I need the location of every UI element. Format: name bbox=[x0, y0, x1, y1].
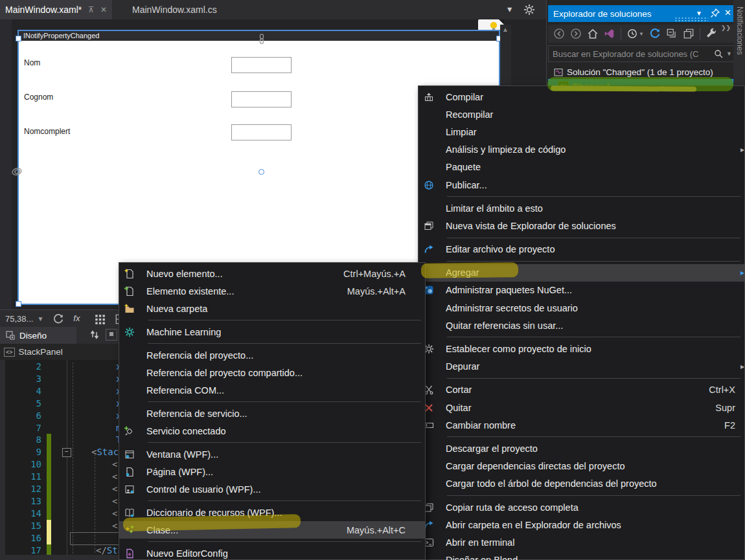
submenu-item-nuevo-elemento[interactable]: Nuevo elemento...Ctrl+Mayús.+A bbox=[119, 265, 425, 282]
side-tab-label: Notificaciones bbox=[735, 6, 744, 55]
menu-item-proyecto-inicio[interactable]: Establecer como proyecto de inicio bbox=[418, 340, 744, 357]
submenu-item-referencia-com[interactable]: Referencia COM... bbox=[119, 381, 425, 399]
search-icon[interactable] bbox=[713, 49, 724, 59]
gear-icon[interactable] bbox=[523, 4, 535, 16]
form-label-nomcomplert: Nomcomplert bbox=[24, 127, 70, 136]
menu-item-paquete[interactable]: Paquete bbox=[418, 159, 744, 176]
menu-item-label: Abrir en terminal bbox=[446, 537, 744, 548]
code-line[interactable]: < bbox=[112, 508, 117, 519]
scroll-up-arrow[interactable]: ▲ bbox=[502, 26, 509, 33]
chevron-down-icon[interactable]: ▼ bbox=[726, 50, 732, 57]
menu-item-editar-proyecto[interactable]: Editar archivo de proyecto bbox=[418, 241, 744, 258]
refresh-icon[interactable] bbox=[649, 28, 661, 39]
menu-item-abrir-carpeta[interactable]: Abrir carpeta en el Explorador de archiv… bbox=[418, 516, 744, 533]
swap-icon[interactable] bbox=[89, 330, 100, 340]
menu-item-descargar-proyecto[interactable]: Descargar el proyecto bbox=[418, 440, 744, 457]
chain-icon[interactable] bbox=[257, 31, 267, 47]
textbox-nomcomplert[interactable] bbox=[231, 124, 292, 140]
tab-mainwindow-xaml[interactable]: MainWindow.xaml* ⊼ ✕ bbox=[0, 0, 112, 19]
submenu-item-referencia-proyecto[interactable]: Referencia del proyecto... bbox=[119, 346, 425, 364]
chevron-down-icon[interactable]: ▾ bbox=[507, 4, 512, 14]
grid-icon[interactable] bbox=[94, 313, 106, 325]
breadcrumb-item-stackpanel[interactable]: StackPanel bbox=[19, 347, 63, 357]
tab-label: MainWindow.xaml* bbox=[5, 5, 82, 15]
submenu-item-referencia-compartido[interactable]: Referencia del proyecto compartido... bbox=[119, 364, 425, 381]
pin-icon[interactable]: ⊼ bbox=[88, 5, 94, 14]
zoom-level-select[interactable]: 75,38... bbox=[5, 314, 33, 324]
submenu-item-control-usuario-wpf[interactable]: Control de usuario (WPF)... bbox=[119, 480, 425, 498]
resize-handle[interactable] bbox=[16, 301, 21, 307]
menu-item-depurar[interactable]: Depurar▸ bbox=[418, 358, 744, 375]
menu-item-nuget[interactable]: Administrar paquetes NuGet... bbox=[418, 282, 744, 299]
menu-item-label: Referencia COM... bbox=[146, 385, 425, 396]
menu-separator bbox=[447, 378, 740, 379]
new-item-icon bbox=[119, 269, 146, 279]
back-icon[interactable] bbox=[553, 28, 565, 39]
submenu-item-ventana-wpf[interactable]: Ventana (WPF)... bbox=[119, 445, 425, 463]
menu-item-cargar-dependencias[interactable]: Cargar dependencias directas del proyect… bbox=[418, 458, 744, 475]
submenu-item-pagina-wpf[interactable]: Página (WPF)... bbox=[119, 463, 425, 480]
code-line[interactable]: < bbox=[112, 496, 117, 506]
change-tracking-bar bbox=[47, 458, 51, 471]
submenu-item-referencia-servicio[interactable]: Referencia de servicio... bbox=[119, 405, 425, 422]
submenu-item-nuevo-editorconfig[interactable]: Nuevo EditorConfig bbox=[119, 544, 425, 560]
pin-icon[interactable] bbox=[710, 8, 720, 18]
collapse-all-icon[interactable] bbox=[666, 28, 678, 39]
resize-handle[interactable] bbox=[16, 36, 21, 41]
submenu-item-elemento-existente[interactable]: Elemento existente...Mayús.+Alt+A bbox=[119, 282, 425, 300]
vs-logo-icon[interactable] bbox=[604, 28, 615, 39]
menu-item-disenar-blend[interactable]: Diseñar en Blend... bbox=[418, 552, 744, 560]
submenu-item-machine-learning[interactable]: Machine Learning bbox=[119, 323, 425, 341]
line-number: 6 bbox=[0, 410, 41, 421]
textbox-nom[interactable] bbox=[231, 57, 292, 73]
overflow-chevrons-icon[interactable]: ❯❯ bbox=[721, 25, 731, 31]
forward-icon[interactable] bbox=[570, 28, 582, 39]
menu-item-limpiar[interactable]: Limpiar bbox=[418, 123, 744, 140]
code-line[interactable]: < bbox=[112, 484, 117, 494]
submenu-item-nueva-carpeta[interactable]: Nueva carpeta bbox=[119, 300, 425, 317]
menu-item-nueva-vista[interactable]: Nueva vista de Explorador de soluciones bbox=[418, 217, 744, 234]
close-icon[interactable]: ✕ bbox=[724, 8, 731, 17]
code-line[interactable]: < bbox=[112, 471, 117, 482]
close-icon[interactable]: ✕ bbox=[100, 5, 107, 14]
code-line[interactable]: <Stac bbox=[91, 447, 119, 457]
tab-mainwindow-xaml-cs[interactable]: MainWindow.xaml.cs bbox=[127, 0, 222, 19]
chevron-down-icon[interactable]: ▼ bbox=[37, 315, 43, 322]
solution-explorer-titlebar[interactable]: Explorador de soluciones ▼ ✕ bbox=[548, 5, 735, 22]
solution-explorer-search[interactable]: Buscar en Explorador de soluciones (C ▼ bbox=[548, 45, 735, 62]
menu-item-recompilar[interactable]: Recompilar bbox=[418, 106, 744, 123]
properties-icon[interactable] bbox=[683, 28, 694, 39]
code-line[interactable]: < bbox=[112, 521, 117, 531]
paperclip-icon[interactable] bbox=[10, 166, 24, 177]
clock-icon[interactable] bbox=[626, 28, 638, 39]
menu-shortcut: F2 bbox=[724, 420, 735, 431]
code-line[interactable]: < bbox=[112, 459, 117, 469]
effects-toggle[interactable]: fx bbox=[73, 313, 85, 325]
menu-item-limitar-ambito[interactable]: Limitar el ámbito a esto bbox=[418, 199, 744, 217]
submenu-arrow-icon: ▸ bbox=[740, 362, 745, 371]
submenu-arrow-icon: ▸ bbox=[740, 145, 745, 154]
menu-item-cambiar-nombre[interactable]: Cambiar nombreF2 bbox=[418, 416, 744, 434]
home-icon[interactable] bbox=[587, 28, 599, 39]
chevron-down-icon[interactable]: ▼ bbox=[639, 31, 644, 37]
split-pane-icon[interactable] bbox=[106, 329, 117, 341]
menu-item-quitar[interactable]: QuitarSupr bbox=[418, 399, 744, 416]
wpf-page-icon bbox=[119, 467, 146, 477]
chevron-down-icon[interactable]: ▼ bbox=[696, 10, 702, 17]
menu-item-cargar-arbol[interactable]: Cargar todo el árbol de dependencias del… bbox=[418, 475, 744, 493]
menu-item-analisis-limpieza[interactable]: Análisis y limpieza de código▸ bbox=[418, 141, 744, 159]
menu-item-abrir-terminal[interactable]: Abrir en terminal bbox=[418, 533, 744, 551]
menu-item-quitar-referencias[interactable]: Quitar referencias sin usar... bbox=[418, 317, 744, 334]
submenu-item-servicio-conectado[interactable]: Servicio conectado bbox=[119, 422, 425, 440]
menu-item-label: Referencia del proyecto... bbox=[146, 350, 425, 361]
menu-item-secretos[interactable]: Administrar secretos de usuario bbox=[418, 299, 744, 317]
refresh-designer-icon[interactable] bbox=[52, 313, 64, 325]
collapse-toggle[interactable]: − bbox=[62, 448, 71, 457]
textbox-cognom[interactable] bbox=[231, 91, 292, 107]
tab-diseno[interactable]: Diseño bbox=[0, 327, 76, 344]
menu-item-cortar[interactable]: CortarCtrl+X bbox=[418, 381, 744, 399]
anchor-point[interactable] bbox=[258, 169, 264, 175]
menu-item-copiar-ruta[interactable]: Copiar ruta de acceso completa bbox=[418, 498, 744, 516]
wrench-icon[interactable] bbox=[705, 28, 717, 39]
menu-item-publicar[interactable]: Publicar... bbox=[418, 176, 744, 194]
